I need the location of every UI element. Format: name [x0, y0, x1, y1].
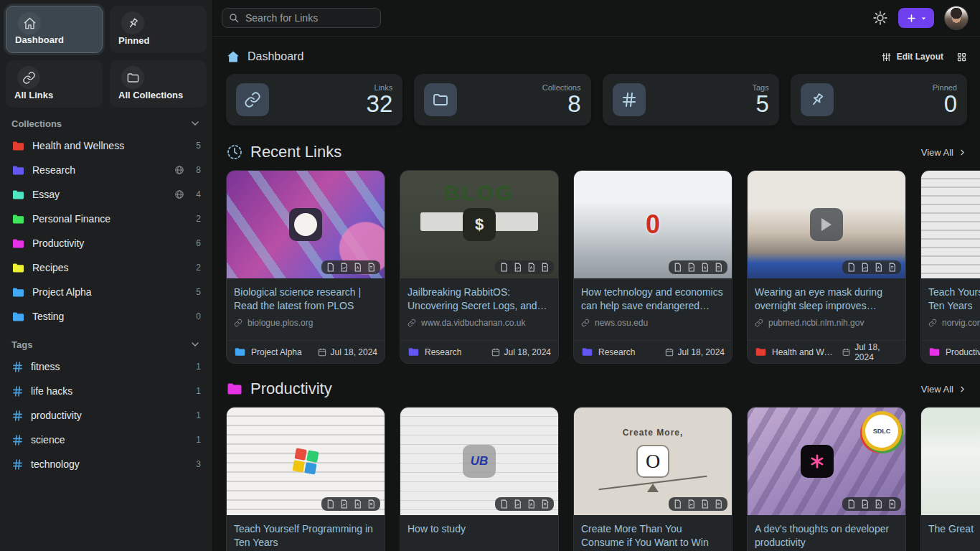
- view-all-productivity[interactable]: View All: [921, 384, 967, 395]
- tag-item[interactable]: science 1: [6, 428, 207, 452]
- link-thumbnail: UB: [400, 408, 558, 515]
- site-logo: [810, 208, 843, 241]
- grid-view-button[interactable]: [956, 52, 967, 62]
- folder-icon: [407, 346, 420, 358]
- tag-item[interactable]: productivity 1: [6, 403, 207, 428]
- link-card[interactable]: SDLC A dev's thoughts on developer prod: [747, 407, 906, 551]
- chevron-right-icon: [958, 385, 967, 394]
- stat-card-pinned: Pinned 0: [791, 74, 967, 126]
- thumbnail-text: BLOG: [444, 181, 515, 205]
- collection-chip[interactable]: Project Alpha: [251, 347, 302, 357]
- link-icon: [928, 319, 937, 327]
- add-new-button[interactable]: [898, 8, 934, 28]
- sliders-icon: [881, 52, 892, 62]
- folder-icon: [234, 346, 246, 358]
- nav-label: All Collections: [117, 90, 199, 102]
- text-file-icon: [367, 499, 376, 509]
- clock-icon: [226, 143, 243, 161]
- link-title[interactable]: Teach Yourself Programming in Ten Years: [234, 522, 377, 550]
- link-card[interactable]: Create More, O Create More Than You Cons…: [573, 407, 732, 551]
- link-card[interactable]: Biological science research | Read the l…: [226, 170, 385, 364]
- collection-item[interactable]: Essay 4: [6, 182, 207, 207]
- calendar-icon: [842, 347, 851, 357]
- link-card[interactable]: The Great: [920, 407, 980, 551]
- link-url[interactable]: news.osu.edu: [581, 318, 725, 328]
- sdlc-logo: SDLC: [865, 415, 898, 448]
- link-title[interactable]: The Great: [928, 522, 980, 550]
- text-file-icon: [714, 499, 723, 509]
- pdf-file-icon: [874, 499, 883, 509]
- chevron-right-icon: [958, 148, 967, 157]
- collection-item[interactable]: Research 8: [6, 158, 207, 182]
- pdf-file-icon: [527, 263, 536, 272]
- sidebar-item-dashboard[interactable]: Dashboard: [6, 6, 103, 53]
- link-url[interactable]: pubmed.ncbi.nlm.nih.gov: [755, 318, 898, 328]
- search-input[interactable]: [222, 8, 381, 28]
- file-format-icons: [321, 497, 380, 511]
- link-title[interactable]: Create More Than You Consume if You Want…: [581, 522, 725, 550]
- link-title[interactable]: Jailbreaking RabbitOS: Uncovering Secret…: [407, 286, 551, 313]
- chevron-down-icon[interactable]: [189, 118, 201, 129]
- recent-links-row: Biological science research | Read the l…: [226, 170, 980, 364]
- sun-icon[interactable]: [872, 10, 888, 26]
- collection-count: 4: [196, 189, 201, 199]
- link-card[interactable]: UB How to study: [400, 407, 559, 551]
- collection-name: Productivity: [32, 237, 189, 249]
- stats-row: Links 32 Collections 8: [226, 74, 967, 126]
- section-title: Productivity: [250, 380, 332, 398]
- link-icon: [755, 319, 763, 327]
- link-title[interactable]: A dev's thoughts on developer productivi…: [755, 522, 898, 550]
- collection-item[interactable]: Project Alpha 5: [6, 280, 207, 304]
- link-card[interactable]: Teach Yourself Programming in Ten Years: [226, 407, 385, 551]
- collection-item[interactable]: Recipes 2: [6, 255, 207, 280]
- collection-chip[interactable]: Research: [598, 347, 635, 357]
- tag-count: 1: [196, 386, 201, 396]
- link-title[interactable]: How technology and economics can help sa…: [581, 286, 725, 313]
- home-icon: [226, 50, 240, 64]
- tag-item[interactable]: fitness 1: [6, 354, 207, 379]
- image-file-icon: [860, 499, 870, 509]
- stat-value: 0: [933, 92, 957, 116]
- user-avatar[interactable]: [944, 6, 969, 30]
- folder-icon: [11, 286, 25, 299]
- html-file-icon: [847, 263, 856, 272]
- tag-item[interactable]: life hacks 1: [6, 379, 207, 403]
- link-date: Jul 18, 2024: [491, 347, 551, 357]
- link-url[interactable]: www.da.vidbuchanan.co.uk: [407, 318, 551, 328]
- sidebar-item-all-links[interactable]: All Links: [6, 60, 103, 108]
- link-title[interactable]: Wearing an eye mask during overnight sle…: [755, 286, 898, 313]
- link-card[interactable]: Teach Yourself Programming in Ten Years …: [920, 170, 980, 364]
- main-area: Dashboard Edit Layout: [213, 0, 980, 551]
- link-thumbnail: SDLC: [748, 408, 905, 515]
- link-card[interactable]: 0 How technology and economics can help …: [573, 170, 732, 364]
- collection-item[interactable]: Productivity 6: [6, 231, 207, 255]
- tag-item[interactable]: technology 3: [6, 452, 207, 476]
- folder-icon: [11, 139, 25, 153]
- link-title[interactable]: How to study: [407, 522, 551, 550]
- file-format-icons: [495, 260, 554, 274]
- html-file-icon: [673, 499, 682, 509]
- collection-item[interactable]: Testing 0: [6, 304, 207, 329]
- collection-item[interactable]: Health and Wellness 5: [6, 133, 207, 158]
- grid-icon: [956, 52, 967, 62]
- collection-chip[interactable]: Research: [425, 347, 461, 357]
- sidebar-item-pinned[interactable]: Pinned: [110, 6, 207, 53]
- collection-count: 8: [196, 165, 201, 175]
- link-title[interactable]: Biological science research | Read the l…: [234, 286, 377, 313]
- link-card[interactable]: Wearing an eye mask during overnight sle…: [747, 170, 906, 364]
- link-card[interactable]: BLOG $ Jailbreaking RabbitOS: Uncovering…: [400, 170, 559, 364]
- collection-chip[interactable]: Health and Well…: [772, 347, 837, 357]
- link-title[interactable]: Teach Yourself Programming in Ten Years: [928, 286, 980, 313]
- chevron-down-icon[interactable]: [189, 339, 201, 350]
- hash-icon: [11, 385, 24, 397]
- link-url[interactable]: biologue.plos.org: [234, 318, 377, 328]
- view-all-recent-links[interactable]: View All: [921, 147, 967, 158]
- collection-chip[interactable]: Productivity: [946, 347, 980, 357]
- sidebar-item-all-collections[interactable]: All Collections: [110, 60, 207, 108]
- link-thumbnail: [227, 171, 385, 278]
- collection-item[interactable]: Personal Finance 2: [6, 207, 207, 231]
- link-url[interactable]: norvig.com: [928, 318, 980, 328]
- hash-icon: [11, 361, 24, 373]
- collection-count: 5: [196, 141, 201, 151]
- edit-layout-button[interactable]: Edit Layout: [881, 52, 943, 62]
